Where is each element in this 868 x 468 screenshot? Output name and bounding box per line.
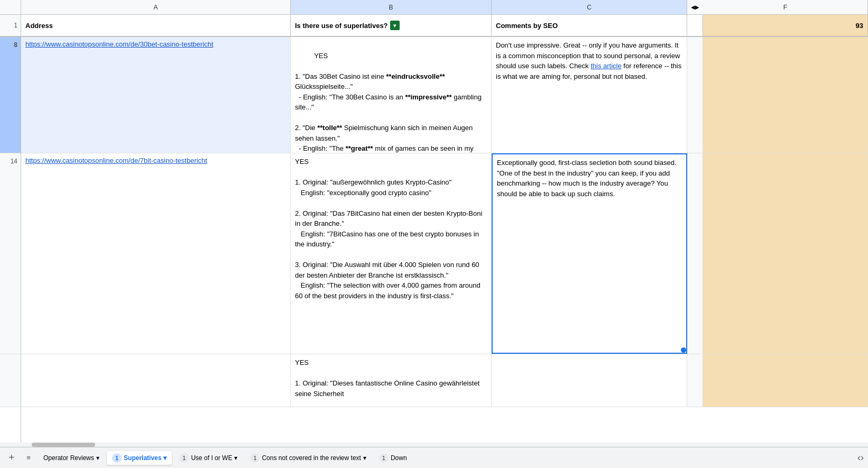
cell-next-colB-text: YES1. Original: "Dieses fantastische Onl… [295,359,479,398]
nav-right-icon[interactable]: ▶ [695,4,699,10]
f-value: 93 [856,22,863,30]
tab-down-label: Down [391,454,407,462]
col-header-B[interactable]: B [291,0,492,14]
filter-icon[interactable]: ▼ [390,21,400,30]
header-row: 1 Address Is there use of superlatives? … [0,15,868,37]
tab-superlatives-chevron: ▾ [163,454,167,462]
cell-next-colC[interactable] [492,354,687,407]
tab-cons-label: Cons not covered in the review text [262,454,361,462]
tab-next-arrow[interactable]: › [861,452,864,463]
cell-next-colA [21,354,291,407]
address-label: Address [25,22,53,30]
tab-operator-reviews-chevron: ▾ [96,454,99,462]
superlatives-label: Is there use of superlatives? [295,22,388,30]
tab-use-of-i-or-we[interactable]: 1 Use of I or WE ▾ [174,451,243,465]
table-row: https://www.casinotopsonline.com/de/7bit… [21,153,868,354]
col-header-F[interactable]: F [703,0,868,14]
table-row: YES1. Original: "Dieses fantastische Onl… [21,354,868,407]
tab-nav-arrows: ‹ › [857,452,864,463]
tab-cons-not-covered[interactable]: 1 Cons not covered in the review text ▾ [245,451,371,465]
scroll-thumb[interactable] [32,443,95,447]
corner-cell [0,0,21,14]
cell-next-nav [687,354,703,407]
cell-row14-nav [687,153,703,354]
tab-use-chevron: ▾ [234,454,237,462]
cell-row14-colC[interactable]: Exceptionally good, first-class secletio… [492,153,687,354]
row-num-next [0,354,21,407]
tab-superlatives-num: 1 [112,453,122,463]
tab-superlatives-label: Superlatives [124,454,161,462]
header-row-num: 1 [0,15,21,36]
row-num-14: 14 [0,153,21,354]
cell-row14-colA: https://www.casinotopsonline.com/de/7bit… [21,153,291,354]
cell-row8-colC[interactable]: Don't use impressive. Great -- only if y… [492,37,687,153]
selection-handle[interactable] [681,347,686,353]
cell-row14-colC-text: Exceptionally good, first-class secletio… [497,159,677,198]
cell-row8-colA: https://www.casinotopsonline.com/de/30be… [21,37,291,153]
header-cell-nav [687,15,703,36]
seo-label: Comments by SEO [496,22,558,30]
this-article-link[interactable]: this article [590,62,622,70]
col-header-A[interactable]: A [21,0,291,14]
add-sheet-button[interactable]: + [4,451,19,465]
cell-row8-nav [687,37,703,153]
tab-cons-chevron: ▾ [363,454,366,462]
spreadsheet: A B C ◀ ▶ F 1 Address Is there use of su… [0,0,868,468]
tab-operator-reviews-label: Operator Reviews [43,454,94,462]
header-cell-address: Address [21,15,291,36]
cell-row14-colB-text: YES1. Original: "außergewöhnlich gutes K… [295,158,482,300]
cell-row8-colC-text: Don't use impressive. Great -- only if y… [496,41,681,80]
cell-next-colB[interactable]: YES1. Original: "Dieses fantastische Onl… [291,354,492,407]
cell-row8-colF [703,37,868,153]
nav-left-icon[interactable]: ◀ [691,4,695,10]
header-cell-f: 93 [703,15,868,36]
header-cell-seo: Comments by SEO [492,15,687,36]
grid: https://www.casinotopsonline.com/de/30be… [21,37,868,443]
link-row14[interactable]: https://www.casinotopsonline.com/de/7bit… [25,157,207,164]
tab-use-num: 1 [179,453,189,463]
tab-operator-reviews[interactable]: Operator Reviews ▾ [38,452,105,464]
link-row8[interactable]: https://www.casinotopsonline.com/de/30be… [25,40,214,48]
horizontal-scrollbar[interactable] [0,443,868,447]
header-cell-superlatives: Is there use of superlatives? ▼ [291,15,492,36]
tab-cons-num: 1 [250,453,260,463]
row-num-8: 8 [0,37,21,153]
cell-row14-colF [703,153,868,354]
row-numbers: 8 14 [0,37,21,443]
bottom-tab-bar: + ≡ Operator Reviews ▾ 1 Superlatives ▾ … [0,447,868,468]
cell-row8-colB-text: YES1. "Das 30Bet Casino ist eine **eindr… [295,52,484,153]
data-area: 8 14 https://www.casinotopsonline.com/de… [0,37,868,443]
cell-next-colF [703,354,868,407]
table-row: https://www.casinotopsonline.com/de/30be… [21,37,868,153]
tab-use-label: Use of I or WE [191,454,232,462]
tab-superlatives[interactable]: 1 Superlatives ▾ [107,451,172,465]
tab-down[interactable]: 1 Down [374,451,412,465]
tab-down-num: 1 [379,453,389,463]
cell-row14-colB[interactable]: YES1. Original: "außergewöhnlich gutes K… [291,153,492,354]
col-nav-arrows[interactable]: ◀ ▶ [687,0,703,14]
cell-row8-colB[interactable]: YES1. "Das 30Bet Casino ist eine **eindr… [291,37,492,153]
col-header-C[interactable]: C [492,0,687,14]
sheet-menu-button[interactable]: ≡ [21,451,36,465]
column-headers: A B C ◀ ▶ F [0,0,868,15]
